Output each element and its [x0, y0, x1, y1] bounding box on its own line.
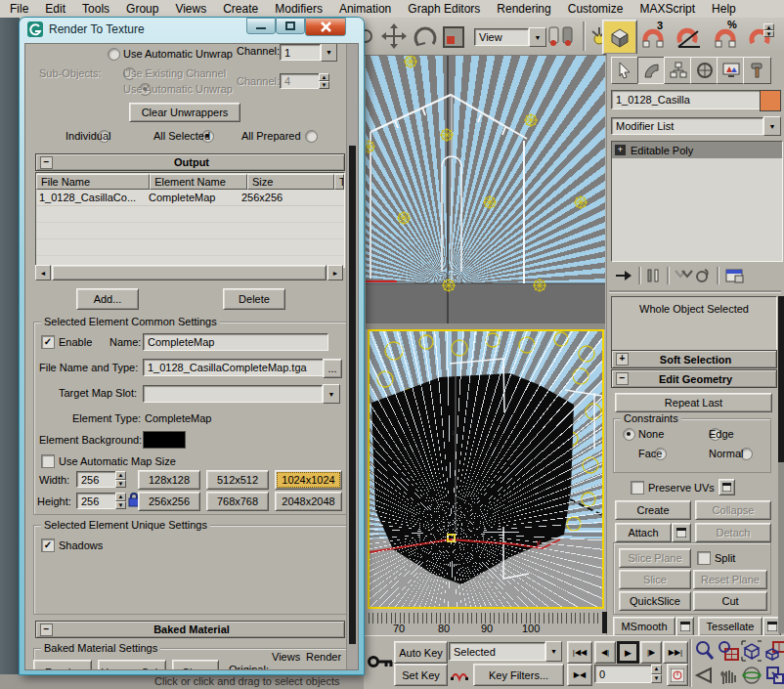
current-frame-field[interactable]: 0	[594, 665, 659, 683]
minimize-button[interactable]	[246, 18, 276, 34]
dialog-scrollbar-thumb[interactable]	[349, 146, 356, 644]
unwrap-only-button[interactable]: Unwrap Only	[98, 660, 166, 670]
size-512-button[interactable]: 512x512	[206, 470, 269, 490]
shadows-checkbox[interactable]: ✓	[41, 538, 55, 552]
quickslice-button[interactable]: QuickSlice	[619, 591, 691, 611]
zoom-all-icon[interactable]	[718, 640, 739, 662]
all-prepared-radio[interactable]	[305, 130, 318, 143]
menu-maxscript[interactable]: MAXScript	[639, 2, 695, 16]
goto-start-button[interactable]: |◀◀	[567, 641, 592, 664]
select-and-manipulate-button[interactable]	[602, 20, 637, 55]
size-1024-button-selected[interactable]: 1024x1024	[275, 470, 342, 490]
rollout-baked-material[interactable]: − Baked Material	[35, 621, 345, 638]
maximize-button[interactable]	[276, 18, 305, 34]
slice-button[interactable]: Slice	[619, 570, 691, 589]
table-hscrollbar[interactable]: ◄ ►	[35, 266, 343, 280]
stack-item-editable-poly[interactable]: + Editable Poly	[612, 142, 782, 158]
select-rotate-icon[interactable]	[411, 23, 438, 51]
angle-snap-icon[interactable]	[676, 23, 702, 49]
column-header[interactable]: Element Name	[150, 174, 247, 190]
preserve-uvs-checkbox[interactable]	[631, 481, 644, 495]
expand-icon[interactable]: +	[615, 145, 626, 155]
tab-hierarchy[interactable]	[664, 57, 692, 84]
rollout-edit-geometry[interactable]: − Edit Geometry	[611, 369, 777, 388]
tab-display[interactable]	[717, 57, 745, 84]
collapse-button[interactable]: Collapse	[695, 500, 771, 520]
msmooth-button[interactable]: MSmooth	[613, 617, 675, 636]
collapse-icon[interactable]: −	[40, 156, 53, 169]
menu-customize[interactable]: Customize	[568, 2, 624, 16]
menu-tools[interactable]: Tools	[82, 2, 109, 16]
arc-rotate-icon[interactable]	[741, 665, 762, 686]
dialog-scrollbar[interactable]	[346, 44, 358, 669]
chevron-down-icon[interactable]: ▼	[323, 384, 340, 404]
rollout-output[interactable]: − Output	[35, 153, 345, 171]
menu-animation[interactable]: Animation	[339, 2, 391, 16]
size-2048-button[interactable]: 2048x2048	[275, 492, 342, 511]
zoom-icon[interactable]	[694, 640, 716, 662]
element-name-field[interactable]: CompleteMap	[143, 333, 328, 351]
viewport-perspective-active[interactable]: y z	[368, 329, 604, 609]
target-map-slot-dropdown[interactable]: ▼	[143, 384, 340, 404]
snap-toggle-3d-icon[interactable]: 3	[641, 23, 665, 49]
auto-map-size-checkbox[interactable]	[41, 454, 55, 468]
scroll-left-arrow[interactable]: ◄	[35, 265, 51, 280]
constraint-none-radio[interactable]	[623, 428, 635, 441]
render-to-texture-dialog[interactable]: Render To Texture Use Automatic Unwrap C…	[20, 18, 364, 674]
expand-icon[interactable]: +	[616, 353, 629, 366]
make-unique-icon[interactable]	[674, 268, 693, 283]
menu-rendering[interactable]: Rendering	[497, 2, 550, 16]
field-of-view-icon[interactable]	[694, 665, 716, 686]
close-window-button[interactable]	[305, 18, 346, 36]
attach-settings-button[interactable]	[672, 523, 691, 542]
menu-graph-editors[interactable]: Graph Editors	[408, 2, 480, 16]
configure-modifier-sets-icon[interactable]	[725, 268, 745, 283]
width-spinner[interactable]: ▲▼	[115, 471, 126, 488]
menu-group[interactable]: Group	[126, 2, 158, 16]
msmooth-settings-button[interactable]	[675, 617, 694, 636]
clear-unwrappers-button[interactable]: Clear Unwrappers	[129, 103, 240, 122]
play-button[interactable]: ▶	[617, 641, 639, 664]
time-configuration-button[interactable]	[667, 664, 688, 686]
cut-button[interactable]: Cut	[693, 591, 767, 611]
object-color-swatch[interactable]	[760, 90, 781, 111]
chevron-down-icon[interactable]: ▼	[321, 43, 337, 62]
tab-utilities[interactable]	[743, 57, 771, 84]
reset-plane-button[interactable]: Reset Plane	[693, 570, 767, 589]
size-128-button[interactable]: 128x128	[138, 470, 200, 490]
goto-end-button[interactable]: ▶▶|	[663, 641, 688, 664]
render-button[interactable]: Render	[33, 660, 92, 670]
chevron-down-icon[interactable]: ▼	[529, 27, 546, 47]
scroll-right-arrow[interactable]: ►	[327, 265, 343, 280]
slice-plane-button[interactable]: Slice Plane	[619, 548, 691, 568]
zoom-extents-all-icon[interactable]	[764, 640, 784, 662]
select-object-icon[interactable]	[362, 25, 377, 47]
spinner-snap-icon[interactable]: ▲▼	[749, 23, 772, 49]
close-button[interactable]: Close	[172, 660, 219, 670]
split-checkbox[interactable]	[697, 551, 711, 565]
zoom-extents-icon[interactable]	[741, 640, 762, 662]
file-name-field[interactable]: 1_0128_CasillaCompleteMap.tga	[143, 359, 328, 376]
select-scale-icon[interactable]	[442, 25, 465, 49]
height-spinner[interactable]: ▲▼	[115, 493, 126, 509]
previous-frame-button[interactable]: ◀|	[594, 641, 616, 664]
column-header[interactable]: Size	[247, 174, 334, 190]
maximize-viewport-toggle-icon[interactable]	[764, 665, 784, 686]
key-filters-button[interactable]: Key Filters...	[473, 664, 564, 686]
chevron-down-icon[interactable]: ▼	[763, 116, 781, 136]
percent-snap-icon[interactable]: %	[714, 23, 737, 49]
object-auto-unwrap-radio[interactable]	[108, 48, 120, 61]
output-table[interactable]: File Name Element Name Size Targ 1_0128_…	[35, 172, 345, 268]
default-tangent-icon[interactable]	[450, 666, 469, 683]
menu-modifiers[interactable]: Modifiers	[275, 2, 323, 16]
timeline-ruler[interactable]: 70 80 90 100	[364, 610, 604, 635]
dialog-titlebar[interactable]: Render To Texture	[27, 22, 145, 37]
modifier-stack[interactable]: + Editable Poly	[611, 141, 783, 262]
auto-key-button[interactable]: Auto Key	[394, 641, 448, 664]
selection-set-dropdown[interactable]: Selected ▼	[449, 641, 562, 662]
object-name-field[interactable]: 1_0128_Casilla	[611, 90, 763, 109]
panel-scrollbar[interactable]	[778, 296, 784, 633]
modifier-list-dropdown[interactable]: Modifier List ▼	[611, 116, 781, 136]
viewport-front[interactable]	[366, 56, 605, 323]
key-mode-toggle[interactable]: ▶◀	[567, 664, 592, 686]
